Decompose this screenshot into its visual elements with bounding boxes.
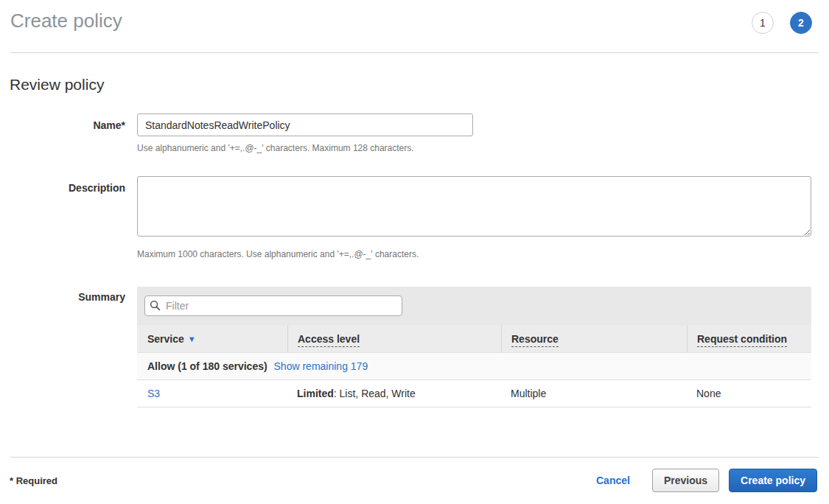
access-level-prefix: Limited [297, 388, 334, 399]
main-content: Review policy Name* Use alphanumeric and… [0, 53, 829, 457]
wizard-step-1-label: 1 [760, 17, 766, 29]
summary-row: Summary Service▼ Access level [0, 287, 829, 407]
filter-input-wrap [144, 295, 402, 316]
create-policy-button[interactable]: Create policy [729, 469, 817, 492]
name-help-text: Use alphanumeric and '+=,.@-_' character… [137, 143, 811, 153]
access-level-rest: : List, Read, Write [334, 388, 416, 399]
summary-table-header: Service▼ Access level Resource Request c… [137, 325, 811, 352]
table-row: S3 Limited: List, Read, Write Multiple N… [137, 380, 811, 407]
column-header-resource: Resource [501, 325, 687, 352]
description-row: Description Maximum 1000 characters. Use… [0, 176, 829, 259]
description-field-wrap: Maximum 1000 characters. Use alphanumeri… [137, 176, 811, 259]
cancel-link[interactable]: Cancel [596, 475, 630, 486]
resource-cell: Multiple [501, 380, 687, 407]
required-note: * Required [10, 475, 57, 486]
wizard-steps: 1 2 [752, 12, 812, 34]
column-header-access-level-label[interactable]: Access level [298, 333, 360, 347]
policy-name-input[interactable] [137, 113, 473, 136]
service-cell: S3 [137, 380, 287, 407]
column-header-access-level: Access level [287, 325, 501, 352]
description-label: Description [0, 176, 125, 194]
name-field-wrap: Use alphanumeric and '+=,.@-_' character… [137, 113, 811, 153]
allow-group-label: Allow (1 of 180 services) [147, 360, 267, 372]
page-footer: * Required Cancel Previous Create policy [0, 457, 829, 504]
column-header-request-condition-label[interactable]: Request condition [697, 333, 787, 347]
previous-button[interactable]: Previous [652, 469, 719, 492]
wizard-step-1[interactable]: 1 [752, 12, 774, 34]
page-title: Create policy [10, 9, 122, 32]
show-remaining-link[interactable]: Show remaining 179 [274, 360, 368, 372]
description-help-text: Maximum 1000 characters. Use alphanumeri… [137, 249, 811, 259]
column-header-service[interactable]: Service▼ [137, 325, 287, 352]
sort-desc-icon: ▼ [188, 335, 196, 343]
allow-group-row: Allow (1 of 180 services) Show remaining… [137, 352, 811, 380]
column-header-service-label: Service [147, 333, 184, 345]
summary-filter-strip [137, 287, 811, 325]
wizard-step-2[interactable]: 2 [790, 12, 812, 34]
service-s3-link[interactable]: S3 [147, 388, 160, 399]
search-icon [150, 300, 161, 311]
wizard-step-2-label: 2 [798, 17, 804, 29]
footer-bar: * Required Cancel Previous Create policy [0, 458, 829, 504]
column-header-resource-label[interactable]: Resource [511, 333, 559, 347]
summary-filter-input[interactable] [144, 295, 402, 316]
access-level-cell: Limited: List, Read, Write [287, 380, 501, 407]
request-condition-cell: None [687, 380, 811, 407]
page-header: Create policy 1 2 [0, 0, 829, 52]
summary-label: Summary [0, 287, 125, 303]
column-header-request-condition: Request condition [687, 325, 811, 352]
policy-description-textarea[interactable] [137, 176, 811, 237]
section-title: Review policy [10, 76, 829, 94]
footer-actions: Cancel Previous Create policy [596, 469, 817, 492]
name-label: Name* [0, 113, 125, 131]
name-row: Name* Use alphanumeric and '+=,.@-_' cha… [0, 113, 829, 153]
summary-table: Service▼ Access level Resource Request c… [137, 287, 811, 407]
